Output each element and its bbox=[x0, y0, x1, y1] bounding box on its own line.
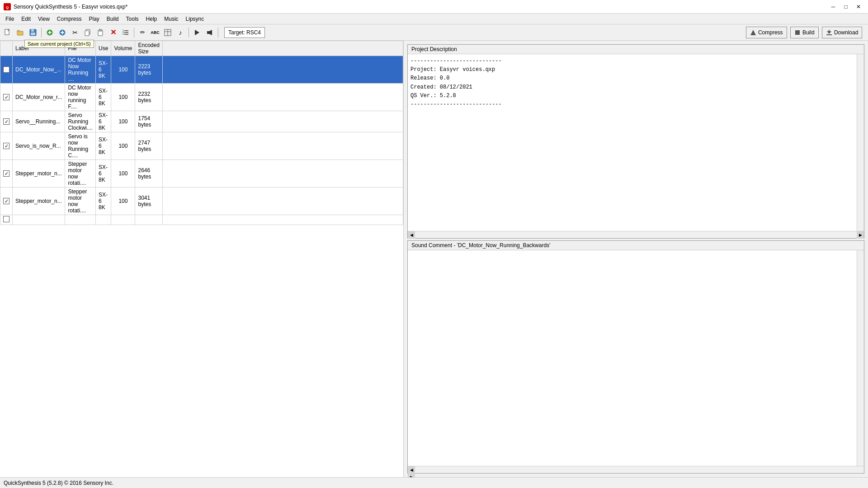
table-row[interactable]: ✓Stepper_motor_n...Stepper motor now rot… bbox=[0, 160, 403, 188]
table-row[interactable] bbox=[0, 215, 403, 225]
checkbox-icon[interactable]: ✓ bbox=[3, 66, 9, 73]
status-text: QuickSynthesis 5 (5.2.8) © 2016 Sensory … bbox=[4, 480, 113, 486]
cut-button[interactable]: ✂ bbox=[69, 27, 81, 38]
table-row[interactable]: ✓Servo_is_now_R...Servo is now Running C… bbox=[0, 132, 403, 160]
checkbox-icon[interactable] bbox=[3, 216, 9, 222]
svg-rect-34 bbox=[826, 34, 832, 35]
music-button[interactable]: ♪ bbox=[175, 27, 186, 38]
paste-button[interactable] bbox=[94, 27, 106, 38]
build-label: Build bbox=[802, 29, 815, 36]
menu-bar: File Edit View Compress Play Build Tools… bbox=[0, 14, 868, 24]
add-button[interactable] bbox=[44, 27, 56, 38]
row-extra bbox=[162, 132, 403, 160]
menu-tools[interactable]: Tools bbox=[123, 14, 142, 24]
checkbox-icon[interactable]: ✓ bbox=[3, 118, 9, 125]
menu-compress[interactable]: Compress bbox=[53, 14, 85, 24]
menu-edit[interactable]: Edit bbox=[18, 14, 34, 24]
window-controls: ─ □ ✕ bbox=[827, 2, 864, 11]
sound-comment-hscroll-left[interactable]: ◀ bbox=[408, 466, 415, 474]
project-description-title: Project Description bbox=[408, 45, 864, 54]
menu-view[interactable]: View bbox=[34, 14, 53, 24]
table-button[interactable] bbox=[162, 27, 174, 38]
svg-rect-6 bbox=[31, 29, 34, 32]
row-file: Stepper motor now rotati.... bbox=[65, 188, 96, 215]
sound-comment-title: Sound Comment - 'DC_Motor_Now_Running_Ba… bbox=[408, 241, 864, 250]
checkbox-icon[interactable]: ✓ bbox=[3, 170, 9, 177]
checkbox-icon[interactable]: ✓ bbox=[3, 143, 9, 149]
build-action-button[interactable]: Build bbox=[790, 27, 819, 38]
svg-rect-33 bbox=[829, 30, 830, 33]
open-button[interactable] bbox=[14, 27, 26, 38]
col-header-check bbox=[0, 41, 13, 56]
svg-rect-17 bbox=[99, 29, 102, 31]
hscroll-left-arrow[interactable]: ◀ bbox=[408, 231, 415, 239]
sound-comment-vscrollbar[interactable] bbox=[857, 250, 864, 466]
maximize-button[interactable]: □ bbox=[840, 2, 852, 11]
save-button[interactable] bbox=[27, 27, 39, 38]
edit-text-button[interactable]: ✏ bbox=[137, 27, 148, 38]
sound-comment-body bbox=[408, 250, 864, 466]
svg-rect-7 bbox=[31, 33, 35, 35]
row-volume bbox=[111, 215, 135, 225]
main-content: Label File Use Volume Encoded Size ✓DC_M… bbox=[0, 41, 868, 477]
row-encoded: 2223 bytes bbox=[135, 56, 162, 84]
svg-marker-27 bbox=[195, 30, 199, 35]
row-checkbox[interactable]: ✓ bbox=[0, 160, 13, 188]
svg-marker-29 bbox=[209, 30, 212, 35]
checkbox-icon[interactable]: ✓ bbox=[3, 94, 9, 100]
insert-button[interactable] bbox=[57, 27, 68, 38]
row-file: Stepper motor now rotati.... bbox=[65, 160, 96, 188]
checkbox-icon[interactable]: ✓ bbox=[3, 198, 9, 204]
row-checkbox[interactable]: ✓ bbox=[0, 56, 13, 84]
menu-help[interactable]: Help bbox=[142, 14, 161, 24]
row-use bbox=[96, 215, 111, 225]
table-row[interactable]: ✓DC_Motor_Now_...DC Motor Now Running ..… bbox=[0, 56, 403, 84]
speaker-button[interactable] bbox=[204, 27, 216, 38]
list-button[interactable]: 123 bbox=[120, 27, 132, 38]
download-label: Download bbox=[834, 29, 858, 36]
sound-comment-panel: Sound Comment - 'DC_Motor_Now_Running_Ba… bbox=[407, 240, 864, 474]
sound-comment-hscrollbar[interactable]: ◀ ▶ bbox=[408, 466, 864, 473]
project-description-hscrollbar[interactable]: ◀ ▶ bbox=[408, 231, 864, 238]
new-button[interactable] bbox=[2, 27, 14, 38]
row-label bbox=[13, 215, 65, 225]
row-encoded: 2747 bytes bbox=[135, 132, 162, 160]
sound-comment-text[interactable] bbox=[408, 250, 857, 466]
row-checkbox[interactable]: ✓ bbox=[0, 188, 13, 215]
col-header-extra bbox=[162, 41, 403, 56]
status-bar: QuickSynthesis 5 (5.2.8) © 2016 Sensory … bbox=[0, 477, 868, 488]
project-description-vscrollbar[interactable] bbox=[857, 54, 864, 231]
row-extra bbox=[162, 215, 403, 225]
target-display: Target: RSC4 bbox=[224, 27, 265, 38]
row-checkbox[interactable]: ✓ bbox=[0, 111, 13, 132]
menu-play[interactable]: Play bbox=[85, 14, 103, 24]
row-checkbox[interactable] bbox=[0, 215, 13, 225]
row-file: DC Motor Now Running .... bbox=[65, 56, 96, 84]
right-pane: Project Description --------------------… bbox=[404, 41, 868, 477]
menu-build[interactable]: Build bbox=[103, 14, 123, 24]
table-row[interactable]: ✓Stepper_motor_n...Stepper motor now rot… bbox=[0, 188, 403, 215]
row-use: SX-6 8K bbox=[96, 56, 111, 84]
separator-1 bbox=[41, 28, 42, 38]
row-label: Servo__Running... bbox=[13, 111, 65, 132]
title-bar: Q Sensory QuickSynthesis 5 - Easyvr voic… bbox=[0, 0, 868, 14]
table-row[interactable]: ✓DC_Motor_now_r...DC Motor now running F… bbox=[0, 84, 403, 111]
row-checkbox[interactable]: ✓ bbox=[0, 84, 13, 111]
close-button[interactable]: ✕ bbox=[853, 2, 864, 11]
download-action-button[interactable]: Download bbox=[822, 27, 862, 38]
hscroll-right-arrow[interactable]: ▶ bbox=[857, 231, 864, 239]
delete-button[interactable]: ✕ bbox=[107, 27, 119, 38]
row-volume: 100 bbox=[111, 132, 135, 160]
row-encoded: 3041 bytes bbox=[135, 188, 162, 215]
compress-action-button[interactable]: Compress bbox=[746, 27, 787, 38]
abc-button[interactable]: ABC bbox=[149, 27, 161, 38]
row-checkbox[interactable]: ✓ bbox=[0, 132, 13, 160]
sound-comment-hscroll-right[interactable]: ▶ bbox=[408, 474, 415, 477]
menu-lipsync[interactable]: Lipsync bbox=[182, 14, 208, 24]
menu-file[interactable]: File bbox=[2, 14, 18, 24]
minimize-button[interactable]: ─ bbox=[827, 2, 839, 11]
copy-button[interactable] bbox=[82, 27, 94, 38]
table-row[interactable]: ✓Servo__Running...Servo Running Clockwi.… bbox=[0, 111, 403, 132]
play-button[interactable] bbox=[191, 27, 203, 38]
menu-music[interactable]: Music bbox=[160, 14, 182, 24]
